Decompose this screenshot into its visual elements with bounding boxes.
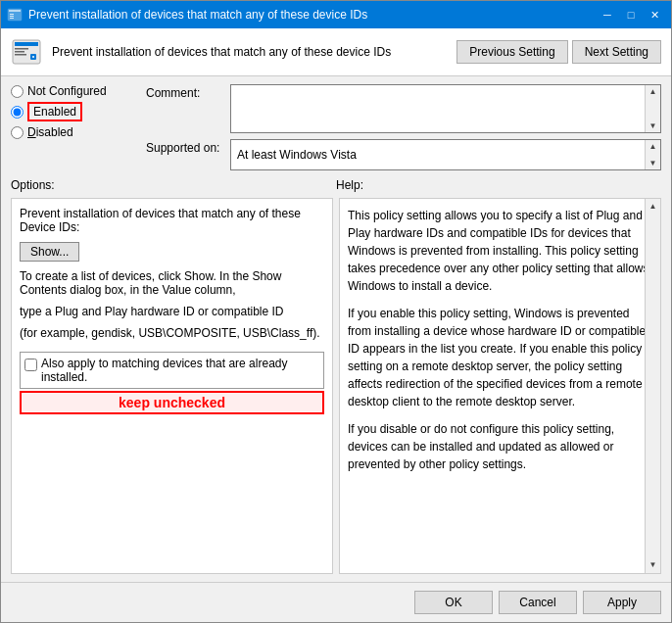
dialog-icon [11, 36, 42, 68]
dialog-description: Prevent installation of devices that mat… [52, 45, 447, 59]
supported-label: Supported on: [146, 139, 224, 155]
nav-buttons: Previous Setting Next Setting [456, 40, 661, 64]
options-panel: Prevent installation of devices that mat… [11, 198, 333, 574]
top-section: Not Configured Enabled DDisabledisabled … [11, 84, 661, 170]
also-apply-checkbox[interactable] [24, 359, 37, 371]
minimize-button[interactable]: ─ [597, 5, 618, 24]
disabled-row: DDisabledisabled [11, 125, 138, 139]
supported-scroll-up: ▲ [649, 142, 657, 151]
svg-rect-1 [9, 10, 21, 12]
prev-setting-button[interactable]: Previous Setting [456, 40, 567, 64]
also-apply-checkbox-row: Also apply to matching devices that are … [20, 352, 324, 389]
not-configured-radio[interactable] [11, 85, 24, 98]
comment-textarea[interactable] [231, 85, 645, 132]
right-fields: Comment: ▲ ▼ Supported on: At least Wind… [146, 84, 661, 170]
help-scroll-down: ▼ [649, 559, 657, 571]
help-paragraph-3: If you disable or do not configure this … [348, 420, 652, 473]
section-labels: Options: Help: [11, 178, 661, 192]
dialog-header: Prevent installation of devices that mat… [1, 28, 671, 76]
disabled-radio[interactable] [11, 126, 24, 139]
dialog-body: Not Configured Enabled DDisabledisabled … [1, 76, 671, 582]
enabled-row: Enabled [11, 102, 138, 121]
enabled-label: Enabled [27, 102, 82, 121]
disabled-label: DDisabledisabled [27, 125, 73, 139]
svg-rect-3 [10, 16, 14, 17]
not-configured-row: Not Configured [11, 84, 138, 98]
options-description: Prevent installation of devices that mat… [20, 207, 324, 234]
help-paragraph-2: If you enable this policy setting, Windo… [348, 305, 652, 410]
enabled-radio[interactable] [11, 106, 24, 119]
svg-rect-7 [15, 48, 28, 50]
cancel-button[interactable]: Cancel [499, 591, 577, 614]
supported-field-row: Supported on: At least Windows Vista ▲ ▼ [146, 139, 661, 170]
supported-value: At least Windows Vista [231, 144, 645, 166]
window-icon [7, 7, 23, 23]
options-instruction2: type a Plug and Play hardware ID or comp… [20, 305, 324, 318]
comment-label: Comment: [146, 84, 224, 100]
svg-rect-9 [15, 54, 26, 56]
options-instruction3: (for example, gendisk, USB\COMPOSITE, US… [20, 326, 324, 340]
window-title: Prevent installation of devices that mat… [28, 8, 597, 22]
also-apply-label: Also apply to matching devices that are … [41, 357, 319, 384]
maximize-button[interactable]: □ [620, 5, 642, 24]
window-controls: ─ □ ✕ [597, 5, 665, 24]
help-section-label: Help: [336, 178, 661, 192]
comment-field-row: Comment: ▲ ▼ [146, 84, 661, 133]
options-instruction1: To create a list of devices, click Show.… [20, 269, 324, 297]
ok-button[interactable]: OK [414, 591, 493, 614]
svg-rect-2 [10, 14, 14, 15]
radio-group: Not Configured Enabled DDisabledisabled [11, 84, 138, 170]
help-scroll-up: ▲ [649, 201, 657, 213]
not-configured-label: Not Configured [27, 84, 107, 98]
svg-rect-8 [15, 51, 24, 53]
main-window: Prevent installation of devices that mat… [0, 0, 672, 623]
svg-rect-4 [10, 18, 14, 19]
show-button[interactable]: Show... [20, 242, 79, 262]
apply-button[interactable]: Apply [583, 591, 661, 614]
svg-rect-6 [15, 42, 38, 46]
keep-unchecked-annotation: keep unchecked [20, 391, 324, 414]
comment-scroll-down: ▼ [649, 121, 657, 130]
disabled-underline: D [27, 125, 36, 139]
comment-scroll-up: ▲ [649, 87, 657, 96]
options-section-label: Options: [11, 178, 336, 192]
supported-scroll-down: ▼ [649, 159, 657, 168]
help-panel: This policy setting allows you to specif… [339, 198, 661, 574]
bottom-bar: OK Cancel Apply [1, 582, 671, 622]
help-paragraph-1: This policy setting allows you to specif… [348, 207, 652, 295]
title-bar: Prevent installation of devices that mat… [1, 1, 671, 28]
main-panels: Prevent installation of devices that mat… [11, 198, 661, 574]
next-setting-button[interactable]: Next Setting [572, 40, 661, 64]
close-button[interactable]: ✕ [644, 5, 665, 24]
